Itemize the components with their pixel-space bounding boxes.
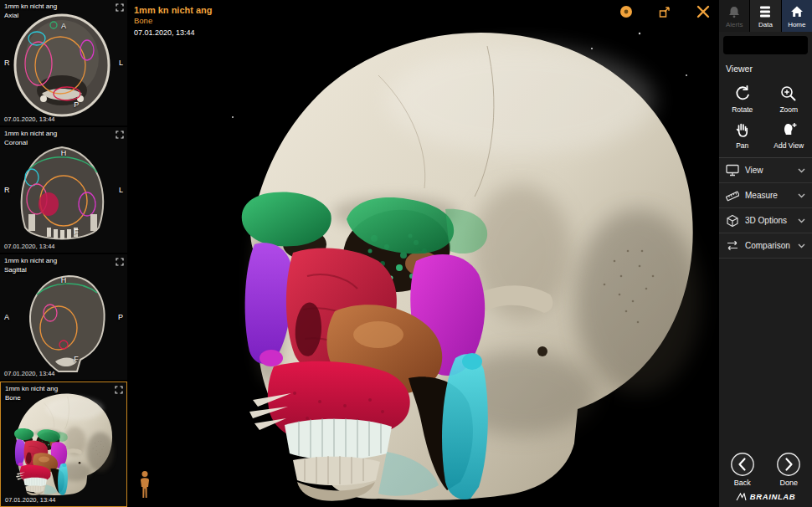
close-icon[interactable] bbox=[696, 5, 710, 18]
series-title: 1mm kn nicht ang bbox=[4, 257, 57, 266]
menu-label: Measure bbox=[745, 191, 778, 200]
main-viewport: 1mm kn nicht ang Bone 07.01.2020, 13:44 bbox=[127, 0, 718, 507]
home-icon bbox=[789, 4, 804, 19]
expand-icon[interactable] bbox=[116, 3, 124, 12]
viewport-actions bbox=[619, 5, 710, 18]
bell-icon bbox=[727, 4, 742, 19]
series-title: 1mm kn nicht ang bbox=[5, 385, 58, 394]
nav-home-button[interactable]: Home bbox=[782, 0, 812, 32]
thumbnail-axial[interactable]: 1mm kn nicht ang Axial A R L P 07.01.202… bbox=[0, 0, 127, 125]
thumb-header: 1mm kn nicht ang Bone bbox=[5, 385, 58, 403]
menu-label: 3D Options bbox=[745, 216, 787, 225]
pan-hand-icon bbox=[733, 120, 752, 139]
brainlab-logo-icon bbox=[736, 493, 747, 501]
thumbnail-coronal[interactable]: 1mm kn nicht ang Coronal H R L F 07.01.2… bbox=[0, 127, 127, 253]
menu-list: View Measure bbox=[719, 158, 812, 259]
section-label: Viewer bbox=[719, 58, 812, 79]
orientation-label-bottom: P bbox=[74, 100, 79, 109]
back-button[interactable]: Back bbox=[730, 452, 755, 487]
zoom-tool-button[interactable]: Zoom bbox=[766, 80, 812, 116]
thumb-header: 1mm kn nicht ang Axial bbox=[4, 3, 57, 21]
measure-ruler-icon bbox=[726, 189, 739, 202]
brand-name: BRAINLAB bbox=[750, 492, 795, 501]
3d-viewport-canvas[interactable] bbox=[127, 0, 718, 507]
tool-label: Pan bbox=[736, 141, 748, 150]
menu-label: View bbox=[745, 166, 763, 175]
menu-comparison[interactable]: Comparison bbox=[719, 233, 812, 259]
pan-tool-button[interactable]: Pan bbox=[719, 116, 766, 152]
series-timestamp: 07.01.2020, 13:44 bbox=[4, 243, 54, 250]
tool-label: Add View bbox=[773, 141, 804, 150]
orientation-label-right: L bbox=[119, 186, 123, 194]
series-timestamp: 07.01.2020, 13:44 bbox=[5, 496, 55, 504]
rail-spacer bbox=[719, 259, 812, 448]
orientation-label-bottom: F bbox=[74, 228, 79, 236]
menu-label: Comparison bbox=[745, 241, 790, 250]
viewport-series-title: 1mm kn nicht ang bbox=[134, 4, 213, 16]
rotate-icon bbox=[733, 84, 752, 103]
done-button[interactable]: Done bbox=[776, 452, 801, 487]
data-icon bbox=[758, 4, 773, 19]
tool-label: Rotate bbox=[732, 105, 753, 114]
notification-icon[interactable] bbox=[619, 5, 633, 18]
series-timestamp: 07.01.2020, 13:44 bbox=[4, 370, 54, 377]
viewport-series-view: Bone bbox=[134, 16, 213, 26]
chevron-down-icon bbox=[798, 243, 805, 248]
menu-measure[interactable]: Measure bbox=[719, 183, 812, 208]
cube-3d-icon bbox=[726, 214, 739, 228]
menu-view[interactable]: View bbox=[719, 158, 812, 183]
nav-label: Data bbox=[758, 21, 773, 28]
add-view-tool-button[interactable]: Add View bbox=[766, 116, 812, 152]
thumbnail-bone-3d[interactable]: 1mm kn nicht ang Bone 07.01.2020, 13:44 bbox=[0, 382, 127, 507]
done-arrow-icon bbox=[776, 452, 801, 477]
expand-icon[interactable] bbox=[116, 258, 124, 266]
nav-data-button[interactable]: Data bbox=[750, 0, 781, 32]
viewport-timestamp: 07.01.2020, 13:44 bbox=[134, 28, 195, 37]
series-view: Bone bbox=[5, 394, 58, 403]
restore-view-icon[interactable] bbox=[658, 5, 671, 18]
chevron-down-icon bbox=[798, 168, 805, 173]
orientation-label-right: P bbox=[118, 313, 123, 321]
orientation-label-left: R bbox=[4, 186, 10, 194]
comparison-arrows-icon bbox=[726, 239, 739, 252]
orientation-label-left: A bbox=[4, 313, 9, 321]
rotate-tool-button[interactable]: Rotate bbox=[719, 80, 766, 116]
orientation-label-top: H bbox=[61, 276, 67, 284]
nav-alerts-button[interactable]: Alerts bbox=[719, 0, 750, 32]
footer-label: Done bbox=[779, 479, 798, 487]
brand-footer: BRAINLAB bbox=[719, 489, 812, 507]
brainlab-viewer-app: 1mm kn nicht ang Axial A R L P 07.01.202… bbox=[0, 0, 812, 507]
expand-icon[interactable] bbox=[115, 386, 123, 394]
patient-orientation-figure-icon bbox=[137, 470, 152, 500]
series-timestamp: 07.01.2020, 13:44 bbox=[4, 115, 54, 123]
expand-icon[interactable] bbox=[116, 131, 124, 139]
patient-name-redacted bbox=[723, 36, 808, 54]
thumb-header: 1mm kn nicht ang Coronal bbox=[4, 130, 57, 148]
orientation-label-left: R bbox=[4, 59, 10, 67]
back-arrow-icon bbox=[730, 452, 755, 477]
orientation-label-top: H bbox=[61, 149, 67, 157]
menu-3d-options[interactable]: 3D Options bbox=[719, 208, 812, 233]
thumb-header: 1mm kn nicht ang Sagittal bbox=[4, 257, 57, 275]
orientation-label-top: A bbox=[61, 22, 66, 30]
skull-3d-model[interactable] bbox=[242, 33, 701, 501]
series-view: Coronal bbox=[4, 139, 57, 148]
zoom-icon bbox=[779, 84, 798, 103]
series-view: Sagittal bbox=[4, 266, 57, 275]
footer-buttons: Back Done bbox=[719, 448, 812, 489]
orientation-label-right: L bbox=[119, 59, 123, 67]
thumbnail-sagittal[interactable]: 1mm kn nicht ang Sagittal H A P F 07.01.… bbox=[0, 254, 127, 380]
view-icon bbox=[726, 164, 739, 177]
tool-rail: Alerts Data Home Viewer bbox=[718, 0, 812, 507]
chevron-down-icon bbox=[798, 218, 805, 223]
add-view-icon bbox=[779, 120, 798, 139]
viewport-title: 1mm kn nicht ang Bone bbox=[134, 4, 213, 27]
series-view: Axial bbox=[4, 12, 57, 21]
footer-label: Back bbox=[734, 479, 751, 487]
nav-label: Alerts bbox=[726, 21, 743, 28]
nav-label: Home bbox=[788, 21, 805, 28]
thumbnail-rail: 1mm kn nicht ang Axial A R L P 07.01.202… bbox=[0, 0, 127, 507]
chevron-down-icon bbox=[798, 193, 805, 198]
orientation-label-bottom: F bbox=[74, 355, 79, 363]
tool-grid: Rotate Zoom Pan bbox=[719, 79, 812, 158]
